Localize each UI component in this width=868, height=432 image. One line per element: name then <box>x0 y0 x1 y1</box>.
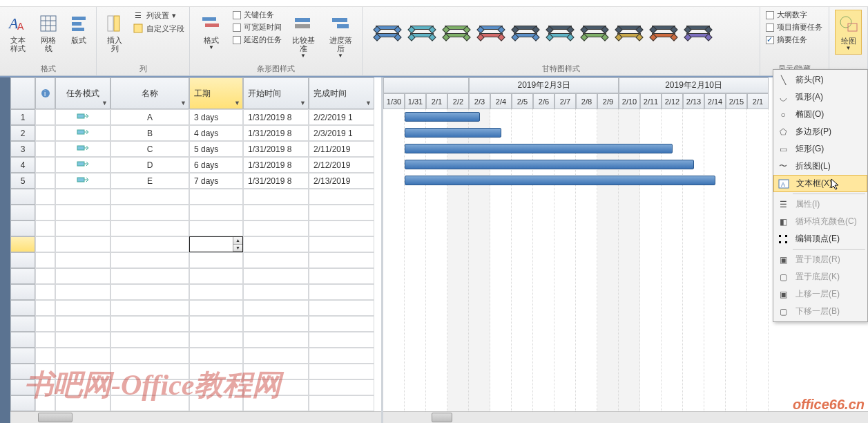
menu-polygon[interactable]: ⬠多边形(P) <box>773 123 867 140</box>
baseline-button[interactable]: 比较基准▼ <box>287 10 319 62</box>
row-header[interactable] <box>10 205 35 220</box>
cell-finish[interactable] <box>309 189 374 205</box>
gantt-style-item[interactable] <box>474 15 508 47</box>
table-row[interactable] <box>10 252 381 268</box>
cell-start[interactable] <box>243 268 309 284</box>
table-row[interactable] <box>10 348 381 364</box>
cell-start[interactable] <box>243 252 309 268</box>
cell-name[interactable] <box>110 252 189 268</box>
cell-indicator[interactable] <box>35 236 55 252</box>
cell-finish[interactable]: 2/11/2019 <box>309 141 374 157</box>
cell-finish[interactable] <box>309 332 374 348</box>
cell-start[interactable]: 1/31/2019 8 <box>243 173 309 189</box>
cell-mode[interactable] <box>55 173 110 189</box>
row-header[interactable] <box>10 348 35 364</box>
cell-name[interactable] <box>110 205 189 220</box>
cell-duration[interactable] <box>189 348 243 364</box>
spin-down[interactable]: ▼ <box>233 245 242 252</box>
column-settings-button[interactable]: ☰列设置 ▾ <box>133 10 184 21</box>
critical-check[interactable]: 关键任务 <box>233 10 282 20</box>
project-summary-check[interactable]: 项目摘要任务 <box>766 22 822 32</box>
custom-fields-button[interactable]: 自定义字段 <box>133 23 184 34</box>
cell-indicator[interactable] <box>35 220 55 236</box>
cell-start[interactable] <box>243 395 309 411</box>
table-row[interactable] <box>10 379 381 395</box>
cell-finish[interactable] <box>309 236 374 252</box>
gantt-style-item[interactable] <box>543 15 577 47</box>
cell-indicator[interactable] <box>35 332 55 348</box>
gantt-bar[interactable] <box>405 176 715 185</box>
cell-finish[interactable]: 2/2/2019 1 <box>309 109 374 125</box>
cell-start[interactable] <box>243 300 309 316</box>
cell-name[interactable] <box>110 332 189 348</box>
text-style-button[interactable]: AA 文本样式 <box>6 10 30 55</box>
cell-start[interactable] <box>243 332 309 348</box>
gantt-style-item[interactable] <box>682 15 715 47</box>
gantt-style-item[interactable] <box>647 15 680 47</box>
cell-mode[interactable] <box>55 236 110 252</box>
cell-indicator[interactable] <box>35 284 55 300</box>
row-header[interactable] <box>10 332 35 348</box>
cell-indicator[interactable] <box>35 141 55 157</box>
cell-name[interactable] <box>110 379 189 395</box>
draw-button[interactable]: 绘图▼ <box>835 10 862 55</box>
view-strip[interactable] <box>0 77 10 423</box>
table-row[interactable]: 5 E 7 days 1/31/2019 8 2/13/2019 <box>10 173 381 189</box>
cell-finish[interactable] <box>309 284 374 300</box>
cell-mode[interactable] <box>55 348 110 364</box>
cell-mode[interactable] <box>55 364 110 379</box>
row-header[interactable] <box>10 395 35 411</box>
row-header[interactable] <box>10 236 35 252</box>
cell-finish[interactable] <box>309 379 374 395</box>
table-row[interactable] <box>10 268 381 284</box>
cell-duration[interactable] <box>189 284 243 300</box>
cell-start[interactable]: 1/31/2019 8 <box>243 157 309 173</box>
table-row[interactable] <box>10 395 381 411</box>
cell-finish[interactable] <box>309 364 374 379</box>
menu-arrow[interactable]: ╲箭头(R) <box>773 71 867 88</box>
cell-indicator[interactable] <box>35 109 55 125</box>
cell-name[interactable] <box>110 395 189 411</box>
row-header[interactable]: 2 <box>10 125 35 141</box>
cell-mode[interactable] <box>55 109 110 125</box>
cell-mode[interactable] <box>55 332 110 348</box>
cell-name[interactable] <box>110 268 189 284</box>
format-bar-button[interactable]: 格式▼ <box>195 10 227 53</box>
cell-start[interactable] <box>243 220 309 236</box>
cell-indicator[interactable] <box>35 268 55 284</box>
cell-start[interactable] <box>243 236 309 252</box>
cell-duration[interactable] <box>189 332 243 348</box>
cell-mode[interactable] <box>55 300 110 316</box>
table-row[interactable]: 1 A 3 days 1/31/2019 8 2/2/2019 1 <box>10 109 381 125</box>
cell-mode[interactable] <box>55 205 110 220</box>
cell-indicator[interactable] <box>35 395 55 411</box>
cell-finish[interactable]: 2/13/2019 <box>309 173 374 189</box>
cell-duration[interactable] <box>189 205 243 220</box>
cell-indicator[interactable] <box>35 348 55 364</box>
row-header[interactable] <box>10 220 35 236</box>
cell-start[interactable] <box>243 284 309 300</box>
cell-start[interactable] <box>243 205 309 220</box>
cell-finish[interactable] <box>309 300 374 316</box>
layout-button[interactable]: 版式 <box>66 10 91 47</box>
cell-start[interactable]: 1/31/2019 8 <box>243 109 309 125</box>
col-header-duration[interactable]: 工期▼ <box>189 77 243 109</box>
cell-name[interactable]: C <box>110 141 189 157</box>
table-scrollbar-horizontal[interactable] <box>10 411 381 423</box>
gantt-bar[interactable] <box>405 112 480 122</box>
menu-edit-points[interactable]: 编辑顶点(E) <box>773 230 867 247</box>
cell-mode[interactable] <box>55 220 110 236</box>
cell-name[interactable] <box>110 220 189 236</box>
table-row[interactable] <box>10 284 381 300</box>
cell-duration[interactable] <box>189 189 243 205</box>
outline-number-check[interactable]: 大纲数字 <box>766 10 822 20</box>
table-row[interactable]: ▲▼ <box>10 236 381 252</box>
menu-rect[interactable]: ▭矩形(G) <box>773 140 867 158</box>
cell-name[interactable]: E <box>110 173 189 189</box>
late-check[interactable]: 延迟的任务 <box>233 35 282 45</box>
table-row[interactable] <box>10 316 381 332</box>
cell-duration[interactable] <box>189 300 243 316</box>
gantt-style-item[interactable] <box>440 15 473 47</box>
duration-spinner[interactable]: ▲▼ <box>233 237 242 252</box>
row-header[interactable] <box>10 284 35 300</box>
